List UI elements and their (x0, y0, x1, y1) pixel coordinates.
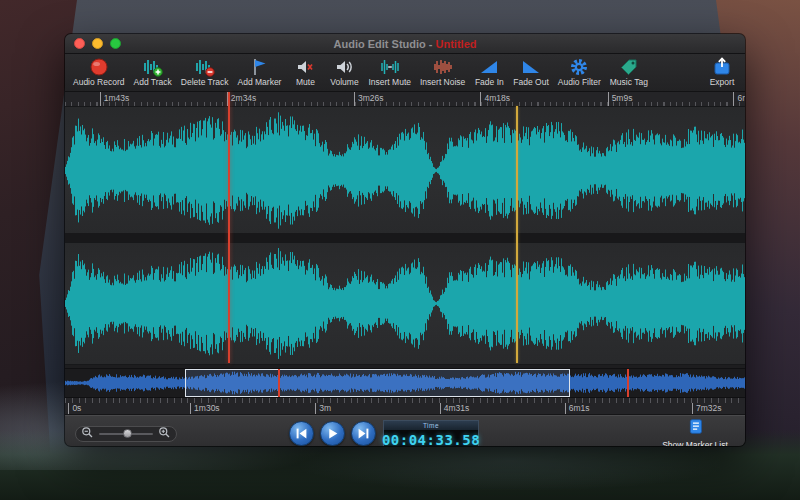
insert-mute-icon (380, 58, 400, 76)
ruler-label: 2m34s (227, 92, 257, 106)
ruler-label: 3m (315, 403, 331, 414)
record-icon (89, 58, 109, 76)
overview-ruler[interactable]: 0s 1m30s 3m 4m31s 6m1s 7m32s (65, 398, 745, 415)
track-divider (65, 233, 745, 242)
ruler-ticks (65, 398, 745, 403)
toolbar: Audio Record Add Track Delete Track Add … (65, 54, 745, 92)
zoom-slider-thumb[interactable] (123, 429, 132, 438)
fade-in-icon (479, 58, 499, 76)
export-button[interactable]: Export (707, 56, 737, 90)
ruler-label: 4m31s (440, 403, 470, 414)
ruler-label: 1m43s (100, 92, 130, 106)
app-title: Audio Edit Studio - (334, 38, 436, 50)
control-bar: Time 00:04:33.58 Show Marker List (65, 415, 745, 446)
fade-out-icon (521, 58, 541, 76)
play-button[interactable] (320, 421, 345, 446)
next-button[interactable] (351, 421, 376, 446)
time-display-label: Time (384, 421, 478, 430)
fade-out-button[interactable]: Fade Out (513, 56, 548, 90)
playhead-cursor[interactable] (228, 92, 230, 363)
music-tag-button[interactable]: Music Tag (610, 56, 648, 90)
waveform-track-1[interactable] (65, 106, 745, 235)
volume-icon (334, 58, 354, 76)
titlebar[interactable]: Audio Edit Studio - Untitled (65, 34, 745, 54)
volume-button[interactable]: Volume (329, 56, 359, 90)
mute-icon (295, 58, 315, 76)
overview-selection[interactable] (185, 369, 571, 397)
previous-button[interactable] (289, 421, 314, 446)
time-display: Time 00:04:33.58 (383, 420, 479, 446)
delete-track-button[interactable]: Delete Track (181, 56, 229, 90)
timeline-ruler[interactable]: 1m43s 2m34s 3m26s 4m18s 5m9s 6m1s (65, 92, 745, 107)
export-icon (712, 58, 732, 76)
mute-button[interactable]: Mute (290, 56, 320, 90)
insert-noise-icon (433, 58, 453, 76)
ruler-label: 0s (68, 403, 81, 414)
fade-in-button[interactable]: Fade In (474, 56, 504, 90)
audio-filter-button[interactable]: Audio Filter (558, 56, 601, 90)
ruler-label: 1m30s (190, 403, 220, 414)
document-title: Untitled (436, 38, 477, 50)
add-track-button[interactable]: Add Track (134, 56, 172, 90)
ruler-label: 4m18s (480, 92, 510, 106)
zoom-in-icon[interactable] (158, 425, 171, 443)
show-marker-list-button[interactable]: Show Marker List (649, 417, 741, 446)
edit-area: 1m43s 2m34s 3m26s 4m18s 5m9s 6m1s (65, 92, 745, 363)
waveform-track-2[interactable] (65, 242, 745, 365)
insert-noise-button[interactable]: Insert Noise (420, 56, 465, 90)
overview-marker-red[interactable] (627, 369, 629, 397)
add-track-icon (143, 58, 163, 76)
zoom-out-icon[interactable] (81, 425, 94, 443)
marker-line[interactable] (516, 106, 518, 363)
app-window: Audio Edit Studio - Untitled Audio Recor… (65, 34, 745, 446)
zoom-slider[interactable] (99, 433, 153, 435)
window-title: Audio Edit Studio - Untitled (65, 38, 745, 50)
insert-mute-button[interactable]: Insert Mute (368, 56, 411, 90)
add-marker-button[interactable]: Add Marker (238, 56, 282, 90)
ruler-label: 3m26s (354, 92, 384, 106)
overview-strip[interactable] (65, 368, 745, 398)
zoom-control (75, 426, 177, 442)
overview-marker-red[interactable] (278, 369, 280, 397)
delete-track-icon (195, 58, 215, 76)
ruler-label: 6m1s (565, 403, 590, 414)
audio-record-button[interactable]: Audio Record (73, 56, 125, 90)
audio-filter-icon (569, 58, 589, 76)
add-marker-icon (249, 58, 269, 76)
music-tag-icon (619, 58, 639, 76)
transport-controls (289, 421, 376, 446)
marker-list-icon (687, 418, 704, 439)
ruler-label: 5m9s (608, 92, 633, 106)
time-display-value: 00:04:33.58 (384, 430, 478, 446)
ruler-label: 7m32s (692, 403, 722, 414)
ruler-label: 6m1s (733, 92, 745, 106)
